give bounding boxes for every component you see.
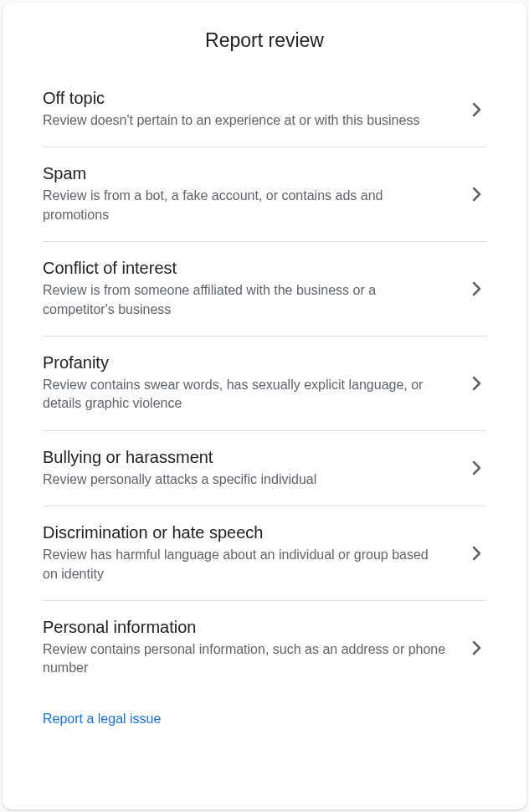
option-text: Spam Review is from a bot, a fake accoun… <box>43 164 466 224</box>
option-text: Discrimination or hate speech Review has… <box>43 523 466 583</box>
option-title: Profanity <box>43 353 446 373</box>
option-conflict-of-interest[interactable]: Conflict of interest Review is from some… <box>43 242 486 337</box>
option-profanity[interactable]: Profanity Review contains swear words, h… <box>43 337 486 431</box>
dialog-header: Report review <box>3 3 526 72</box>
option-text: Bullying or harassment Review personally… <box>43 448 466 489</box>
report-options-list: Off topic Review doesn't pertain to an e… <box>3 72 526 695</box>
option-title: Personal information <box>43 618 446 637</box>
option-description: Review contains personal information, su… <box>43 640 446 678</box>
option-text: Profanity Review contains swear words, h… <box>43 353 466 414</box>
option-description: Review contains swear words, has sexuall… <box>43 376 446 414</box>
option-title: Discrimination or hate speech <box>43 523 446 542</box>
chevron-right-icon <box>466 458 486 478</box>
report-review-card: Report review Off topic Review doesn't p… <box>3 3 526 809</box>
chevron-right-icon <box>466 100 486 120</box>
option-personal-information[interactable]: Personal information Review contains per… <box>43 601 486 695</box>
option-bullying-harassment[interactable]: Bullying or harassment Review personally… <box>43 431 486 506</box>
chevron-right-icon <box>466 543 486 563</box>
chevron-right-icon <box>466 184 486 204</box>
option-description: Review is from someone affiliated with t… <box>43 281 446 319</box>
option-off-topic[interactable]: Off topic Review doesn't pertain to an e… <box>43 72 486 147</box>
option-description: Review is from a bot, a fake account, or… <box>43 187 446 224</box>
option-title: Bullying or harassment <box>43 448 446 467</box>
option-description: Review personally attacks a specific ind… <box>43 470 446 489</box>
option-description: Review doesn't pertain to an experience … <box>43 111 446 130</box>
option-discrimination-hate-speech[interactable]: Discrimination or hate speech Review has… <box>43 506 486 601</box>
dialog-title: Report review <box>23 29 506 52</box>
option-title: Off topic <box>43 89 446 108</box>
chevron-right-icon <box>466 373 486 393</box>
option-text: Off topic Review doesn't pertain to an e… <box>43 89 466 130</box>
report-legal-issue-link[interactable]: Report a legal issue <box>3 695 526 753</box>
option-text: Conflict of interest Review is from some… <box>43 259 466 319</box>
chevron-right-icon <box>466 279 486 299</box>
option-text: Personal information Review contains per… <box>43 618 466 678</box>
option-title: Conflict of interest <box>43 259 446 278</box>
option-title: Spam <box>43 164 446 183</box>
chevron-right-icon <box>466 638 486 658</box>
option-description: Review has harmful language about an ind… <box>43 546 446 583</box>
option-spam[interactable]: Spam Review is from a bot, a fake accoun… <box>43 147 486 242</box>
